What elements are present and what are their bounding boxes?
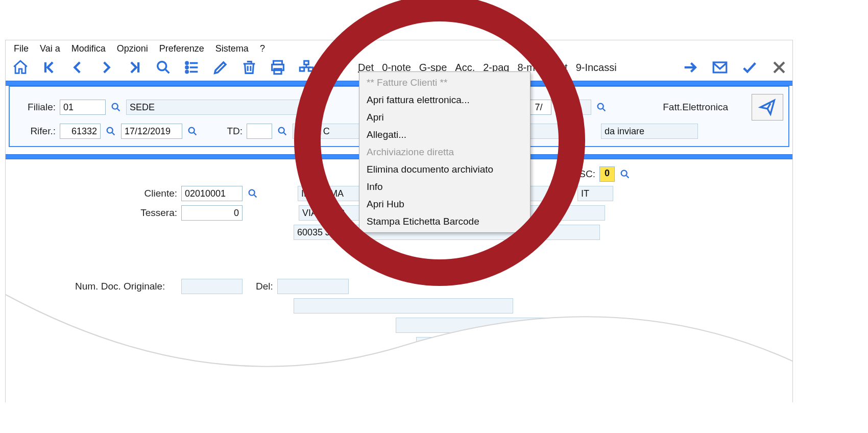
del-date-input[interactable] [277, 279, 349, 294]
svg-rect-9 [308, 67, 313, 71]
menu-vai-a[interactable]: Vai a [36, 42, 64, 55]
svg-rect-10 [333, 67, 338, 68]
tab-incassi[interactable]: 9-Incassi [574, 61, 619, 75]
generic-field-3[interactable] [416, 337, 574, 352]
date-year-field [556, 100, 591, 115]
next-record-icon[interactable] [94, 57, 118, 78]
menu-preferenze[interactable]: Preferenze [155, 42, 208, 55]
svg-point-0 [158, 62, 166, 70]
filiale-code-input[interactable] [60, 100, 106, 115]
cliente-code-input[interactable] [181, 186, 243, 201]
close-x-icon[interactable] [769, 57, 789, 78]
svg-point-14 [598, 104, 604, 109]
prev-record-icon[interactable] [66, 57, 89, 78]
menu-modifica[interactable]: Modifica [67, 42, 110, 55]
svg-point-13 [112, 104, 118, 109]
generic-field-1[interactable] [294, 298, 513, 314]
svg-point-19 [249, 190, 255, 196]
ctx-title: ** Fatture Clienti ** [359, 74, 530, 91]
del-label: Del: [256, 281, 273, 292]
svg-rect-11 [333, 69, 338, 71]
svg-rect-6 [274, 69, 281, 74]
menu-file[interactable]: File [10, 42, 33, 55]
ctx-apri[interactable]: Apri [359, 109, 530, 126]
tessera-label: Tessera: [14, 207, 177, 219]
svg-point-2 [186, 66, 188, 68]
filiale-search-icon[interactable] [110, 100, 122, 115]
forward-arrow-icon[interactable] [680, 57, 701, 78]
menu-opzioni[interactable]: Opzioni [113, 42, 152, 55]
tessera-input[interactable] [181, 205, 243, 221]
td-label: TD: [222, 126, 243, 137]
menu-sistema[interactable]: Sistema [211, 42, 253, 55]
cliente-search-icon[interactable] [247, 186, 259, 201]
svg-point-3 [186, 70, 188, 73]
svg-point-1 [186, 62, 188, 64]
svg-point-18 [621, 171, 627, 176]
sc-label: SC: [579, 169, 595, 180]
td-code-input[interactable] [247, 124, 272, 139]
cliente-label: Cliente: [14, 188, 177, 199]
ctx-allegati[interactable]: Allegati... [359, 126, 530, 143]
trash-icon[interactable] [237, 57, 261, 78]
sc-search-icon[interactable] [619, 166, 631, 182]
home-icon[interactable] [9, 57, 32, 78]
svg-point-17 [279, 128, 284, 133]
rifer-label: Rifer.: [15, 126, 56, 137]
ctx-archiviazione: Archiviazione diretta [359, 143, 530, 161]
cliente-country-field [577, 186, 613, 201]
ctx-apri-hub[interactable]: Apri Hub [359, 196, 530, 213]
send-button[interactable] [752, 94, 783, 121]
an-field [613, 337, 644, 352]
svg-rect-7 [304, 61, 309, 64]
hierarchy-icon[interactable] [295, 57, 318, 78]
last-record-icon[interactable] [123, 57, 147, 78]
edit-icon[interactable] [209, 57, 232, 78]
svg-rect-8 [300, 67, 304, 71]
td-search-icon[interactable] [276, 124, 288, 139]
print-icon[interactable] [266, 57, 290, 78]
rifer-num-search-icon[interactable] [105, 124, 117, 139]
filiale-label: Filiale: [15, 102, 56, 113]
sc-value: 0 [599, 166, 615, 182]
list-icon[interactable] [180, 57, 204, 78]
search-icon[interactable] [152, 57, 175, 78]
ctx-apri-fe[interactable]: Apri fattura elettronica... [359, 91, 530, 109]
mail-icon[interactable] [710, 57, 730, 78]
ctx-elimina[interactable]: Elimina documento archiviato [359, 161, 530, 178]
document-red-icon[interactable] [323, 57, 347, 78]
ctx-stampa-barcode[interactable]: Stampa Etichetta Barcode [359, 213, 530, 230]
rifer-date-input[interactable] [121, 124, 182, 139]
date-search-icon[interactable] [595, 100, 608, 115]
numdoc-input[interactable] [181, 279, 243, 294]
filiale-desc-field[interactable] [126, 100, 318, 115]
fatt-elettronica-label: Fatt.Elettronica [646, 102, 728, 113]
context-menu: ** Fatture Clienti ** Apri fattura elett… [359, 71, 531, 233]
svg-point-16 [189, 128, 195, 133]
confirm-check-icon[interactable] [739, 57, 760, 78]
toolbar-right [680, 57, 789, 78]
numdoc-label: Num. Doc. Originale: [14, 281, 177, 292]
tab-tot[interactable]: Tot [552, 61, 570, 75]
menu-help[interactable]: ? [256, 42, 269, 55]
ctx-info[interactable]: Info [359, 178, 530, 196]
rifer-date-search-icon[interactable] [186, 124, 199, 139]
fe-status-field [601, 124, 698, 139]
first-record-icon[interactable] [37, 57, 61, 78]
rifer-num-input[interactable] [60, 124, 101, 139]
svg-point-15 [107, 128, 113, 133]
menubar: File Vai a Modifica Opzioni Preferenze S… [6, 40, 792, 56]
generic-field-2[interactable] [396, 318, 610, 333]
